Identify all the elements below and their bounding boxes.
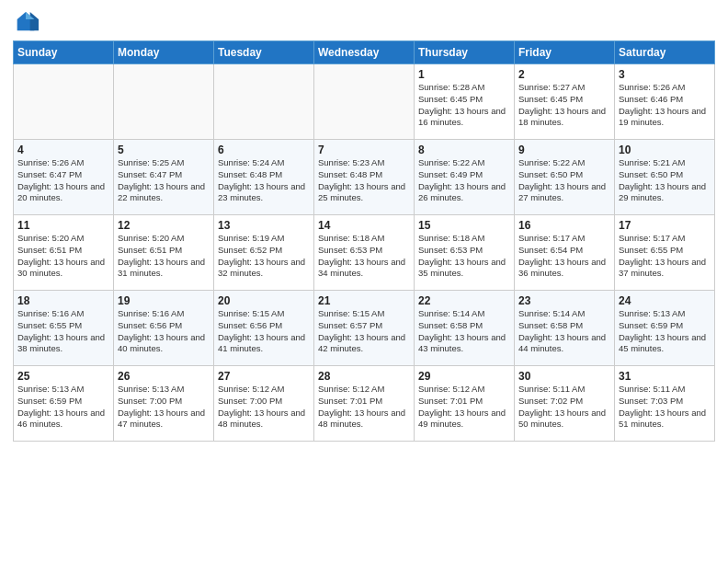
calendar-cell: 9Sunrise: 5:22 AMSunset: 6:50 PMDaylight… (515, 140, 615, 215)
logo (13, 9, 42, 35)
day-number: 25 (17, 370, 109, 383)
calendar-week-row: 18Sunrise: 5:16 AMSunset: 6:55 PMDayligh… (14, 291, 715, 366)
day-info: Sunrise: 5:22 AMSunset: 6:50 PMDaylight:… (518, 157, 610, 204)
calendar-cell: 22Sunrise: 5:14 AMSunset: 6:58 PMDayligh… (415, 291, 515, 366)
day-info: Sunrise: 5:15 AMSunset: 6:57 PMDaylight:… (318, 308, 410, 355)
calendar-cell (14, 64, 114, 140)
calendar-cell: 10Sunrise: 5:21 AMSunset: 6:50 PMDayligh… (615, 140, 715, 215)
day-number: 18 (17, 294, 109, 307)
day-number: 17 (619, 219, 711, 232)
calendar-cell: 7Sunrise: 5:23 AMSunset: 6:48 PMDaylight… (314, 140, 415, 215)
day-info: Sunrise: 5:13 AMSunset: 6:59 PMDaylight:… (17, 384, 109, 431)
day-info: Sunrise: 5:11 AMSunset: 7:02 PMDaylight:… (518, 384, 610, 431)
calendar-cell: 15Sunrise: 5:18 AMSunset: 6:53 PMDayligh… (415, 215, 515, 291)
calendar-cell: 25Sunrise: 5:13 AMSunset: 6:59 PMDayligh… (14, 366, 114, 442)
day-number: 22 (418, 294, 510, 307)
calendar-cell: 27Sunrise: 5:12 AMSunset: 7:00 PMDayligh… (214, 366, 314, 442)
day-number: 31 (619, 370, 711, 383)
logo-icon (13, 9, 39, 35)
day-info: Sunrise: 5:13 AMSunset: 6:59 PMDaylight:… (619, 308, 711, 355)
calendar-cell: 16Sunrise: 5:17 AMSunset: 6:54 PMDayligh… (515, 215, 615, 291)
day-number: 8 (418, 144, 510, 156)
day-number: 11 (17, 219, 109, 232)
header (13, 9, 715, 35)
day-number: 20 (218, 294, 310, 307)
weekday-header: Saturday (615, 41, 715, 64)
day-info: Sunrise: 5:26 AMSunset: 6:47 PMDaylight:… (17, 157, 109, 204)
calendar-week-row: 11Sunrise: 5:20 AMSunset: 6:51 PMDayligh… (14, 215, 715, 291)
day-info: Sunrise: 5:12 AMSunset: 7:01 PMDaylight:… (418, 384, 510, 431)
day-number: 24 (619, 294, 711, 307)
calendar-cell: 1Sunrise: 5:28 AMSunset: 6:45 PMDaylight… (415, 64, 515, 140)
day-number: 28 (318, 370, 410, 383)
day-info: Sunrise: 5:16 AMSunset: 6:56 PMDaylight:… (118, 308, 210, 355)
day-info: Sunrise: 5:27 AMSunset: 6:45 PMDaylight:… (518, 82, 610, 129)
page-container: SundayMondayTuesdayWednesdayThursdayFrid… (0, 0, 728, 451)
calendar-cell: 24Sunrise: 5:13 AMSunset: 6:59 PMDayligh… (615, 291, 715, 366)
weekday-header: Monday (114, 41, 214, 64)
day-info: Sunrise: 5:15 AMSunset: 6:56 PMDaylight:… (218, 308, 310, 355)
calendar-cell: 19Sunrise: 5:16 AMSunset: 6:56 PMDayligh… (114, 291, 214, 366)
day-number: 16 (518, 219, 610, 232)
day-info: Sunrise: 5:20 AMSunset: 6:51 PMDaylight:… (17, 233, 109, 280)
calendar-cell: 8Sunrise: 5:22 AMSunset: 6:49 PMDaylight… (415, 140, 515, 215)
calendar-cell: 23Sunrise: 5:14 AMSunset: 6:58 PMDayligh… (515, 291, 615, 366)
day-info: Sunrise: 5:11 AMSunset: 7:03 PMDaylight:… (619, 384, 711, 431)
day-info: Sunrise: 5:12 AMSunset: 7:00 PMDaylight:… (218, 384, 310, 431)
svg-marker-1 (30, 12, 39, 30)
calendar-cell: 18Sunrise: 5:16 AMSunset: 6:55 PMDayligh… (14, 291, 114, 366)
calendar-cell: 2Sunrise: 5:27 AMSunset: 6:45 PMDaylight… (515, 64, 615, 140)
day-info: Sunrise: 5:18 AMSunset: 6:53 PMDaylight:… (318, 233, 410, 280)
day-number: 19 (118, 294, 210, 307)
day-info: Sunrise: 5:20 AMSunset: 6:51 PMDaylight:… (118, 233, 210, 280)
day-info: Sunrise: 5:14 AMSunset: 6:58 PMDaylight:… (418, 308, 510, 355)
day-info: Sunrise: 5:12 AMSunset: 7:01 PMDaylight:… (318, 384, 410, 431)
calendar-cell: 6Sunrise: 5:24 AMSunset: 6:48 PMDaylight… (214, 140, 314, 215)
calendar-week-row: 1Sunrise: 5:28 AMSunset: 6:45 PMDaylight… (14, 64, 715, 140)
day-info: Sunrise: 5:25 AMSunset: 6:47 PMDaylight:… (118, 157, 210, 204)
day-number: 5 (118, 144, 210, 156)
weekday-header: Thursday (415, 41, 515, 64)
day-number: 13 (218, 219, 310, 232)
day-info: Sunrise: 5:28 AMSunset: 6:45 PMDaylight:… (418, 82, 510, 129)
day-number: 6 (218, 144, 310, 156)
calendar-cell: 21Sunrise: 5:15 AMSunset: 6:57 PMDayligh… (314, 291, 415, 366)
calendar-cell (114, 64, 214, 140)
day-info: Sunrise: 5:14 AMSunset: 6:58 PMDaylight:… (518, 308, 610, 355)
calendar-cell: 12Sunrise: 5:20 AMSunset: 6:51 PMDayligh… (114, 215, 214, 291)
day-info: Sunrise: 5:19 AMSunset: 6:52 PMDaylight:… (218, 233, 310, 280)
weekday-header: Sunday (14, 41, 114, 64)
calendar-cell: 3Sunrise: 5:26 AMSunset: 6:46 PMDaylight… (615, 64, 715, 140)
calendar-cell: 17Sunrise: 5:17 AMSunset: 6:55 PMDayligh… (615, 215, 715, 291)
calendar-cell: 13Sunrise: 5:19 AMSunset: 6:52 PMDayligh… (214, 215, 314, 291)
calendar-cell: 30Sunrise: 5:11 AMSunset: 7:02 PMDayligh… (515, 366, 615, 442)
calendar-table: SundayMondayTuesdayWednesdayThursdayFrid… (13, 40, 715, 442)
day-number: 21 (318, 294, 410, 307)
day-number: 12 (118, 219, 210, 232)
calendar-cell: 26Sunrise: 5:13 AMSunset: 7:00 PMDayligh… (114, 366, 214, 442)
calendar-cell: 29Sunrise: 5:12 AMSunset: 7:01 PMDayligh… (415, 366, 515, 442)
day-number: 27 (218, 370, 310, 383)
day-number: 7 (318, 144, 410, 156)
day-number: 14 (318, 219, 410, 232)
day-number: 3 (619, 68, 711, 81)
day-number: 9 (518, 144, 610, 156)
day-number: 1 (418, 68, 510, 81)
day-info: Sunrise: 5:16 AMSunset: 6:55 PMDaylight:… (17, 308, 109, 355)
day-number: 10 (619, 144, 711, 156)
day-info: Sunrise: 5:23 AMSunset: 6:48 PMDaylight:… (318, 157, 410, 204)
calendar-week-row: 25Sunrise: 5:13 AMSunset: 6:59 PMDayligh… (14, 366, 715, 442)
calendar-cell: 20Sunrise: 5:15 AMSunset: 6:56 PMDayligh… (214, 291, 314, 366)
day-info: Sunrise: 5:22 AMSunset: 6:49 PMDaylight:… (418, 157, 510, 204)
day-info: Sunrise: 5:24 AMSunset: 6:48 PMDaylight:… (218, 157, 310, 204)
weekday-header: Wednesday (314, 41, 415, 64)
day-info: Sunrise: 5:17 AMSunset: 6:54 PMDaylight:… (518, 233, 610, 280)
calendar-cell: 11Sunrise: 5:20 AMSunset: 6:51 PMDayligh… (14, 215, 114, 291)
day-info: Sunrise: 5:21 AMSunset: 6:50 PMDaylight:… (619, 157, 711, 204)
day-number: 4 (17, 144, 109, 156)
day-number: 29 (418, 370, 510, 383)
calendar-cell (214, 64, 314, 140)
day-number: 15 (418, 219, 510, 232)
weekday-header-row: SundayMondayTuesdayWednesdayThursdayFrid… (14, 41, 715, 64)
day-number: 30 (518, 370, 610, 383)
